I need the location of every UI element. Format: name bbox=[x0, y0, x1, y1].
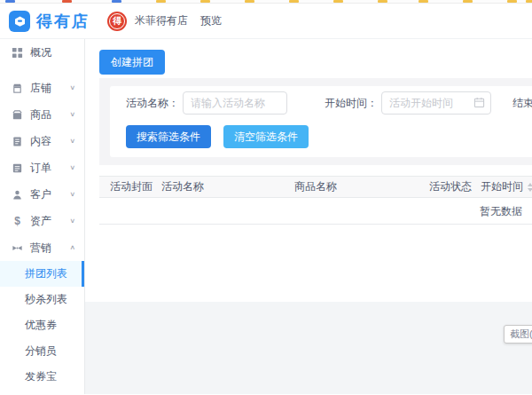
sidebar-item-label: 商品 bbox=[30, 107, 69, 122]
sidebar-item-customers[interactable]: 客户 ∨ bbox=[0, 181, 84, 208]
activity-name-label: 活动名称： bbox=[126, 96, 179, 111]
filter-box: 活动名称： 开始时间： bbox=[110, 86, 532, 157]
sidebar-item-label: 营销 bbox=[30, 241, 69, 256]
folder-favicon bbox=[200, 0, 210, 3]
topbar: 得有店 得 米菲得有店 预览 bbox=[0, 4, 532, 39]
dollar-icon: $ bbox=[11, 215, 24, 227]
chevron-down-icon: ∨ bbox=[69, 217, 75, 225]
end-time-label: 结束 bbox=[512, 96, 532, 111]
start-time-input[interactable] bbox=[381, 91, 491, 115]
sidebar-subitem-flash-sale-list[interactable]: 秒杀列表 bbox=[0, 287, 84, 312]
sidebar-item-label: 店铺 bbox=[30, 81, 69, 96]
product-icon bbox=[11, 108, 24, 121]
empty-table-message: 暂无数据 bbox=[99, 198, 532, 225]
sidebar-item-overview[interactable]: 概况 bbox=[0, 39, 84, 66]
main-content: 创建拼团 活动名称： 开始时间： bbox=[85, 39, 532, 394]
folder-favicon bbox=[526, 0, 532, 3]
favicon bbox=[112, 0, 121, 3]
folder-favicon bbox=[378, 0, 387, 3]
chevron-down-icon: ∨ bbox=[69, 164, 75, 171]
content-icon bbox=[11, 135, 24, 147]
sidebar-item-label: 概况 bbox=[30, 45, 75, 60]
preview-link[interactable]: 预览 bbox=[200, 13, 222, 28]
create-group-buy-button[interactable]: 创建拼团 bbox=[99, 50, 165, 75]
page-background bbox=[85, 302, 532, 394]
screenshot-hint-tooltip: 截图(C bbox=[504, 325, 532, 344]
filter-activity-name: 活动名称： bbox=[126, 91, 287, 115]
clear-filters-button[interactable]: 清空筛选条件 bbox=[223, 125, 309, 148]
store-info: 得 米菲得有店 预览 bbox=[107, 12, 222, 31]
folder-favicon bbox=[333, 0, 343, 3]
folder-favicon bbox=[245, 0, 254, 3]
filter-section: 活动名称： 开始时间： bbox=[99, 78, 532, 165]
group-buy-panel: 创建拼团 活动名称： 开始时间： bbox=[85, 39, 532, 302]
favicon bbox=[62, 0, 72, 3]
folder-favicon bbox=[507, 0, 517, 3]
shop-icon bbox=[11, 82, 24, 94]
folder-favicon bbox=[463, 0, 473, 3]
col-activity-name: 活动名称 bbox=[161, 179, 294, 194]
sidebar-item-shop[interactable]: 店铺 ∨ bbox=[0, 75, 84, 101]
chevron-down-icon: ∨ bbox=[69, 138, 75, 145]
store-name[interactable]: 米菲得有店 bbox=[135, 13, 188, 28]
sidebar-item-assets[interactable]: $ 资产 ∨ bbox=[0, 208, 84, 234]
sidebar-subitem-group-buy-list[interactable]: 拼团列表 bbox=[0, 261, 84, 287]
chevron-up-icon: ∧ bbox=[69, 244, 75, 251]
bookmarks-bar-strip bbox=[0, 0, 532, 4]
marketing-icon bbox=[11, 241, 24, 254]
col-product-name: 商品名称 bbox=[294, 179, 429, 194]
sidebar-item-marketing[interactable]: 营销 ∧ bbox=[0, 234, 84, 261]
group-buy-table: 活动封面 活动名称 商品名称 活动状态 开始时间 暂无数据 bbox=[99, 176, 532, 225]
favicon bbox=[5, 0, 15, 3]
chevron-down-icon: ∨ bbox=[69, 191, 75, 198]
grid-icon bbox=[11, 46, 24, 59]
start-time-label: 开始时间： bbox=[325, 96, 378, 111]
order-icon bbox=[11, 162, 24, 174]
sidebar-item-label: 内容 bbox=[30, 134, 69, 149]
filter-start-time: 开始时间： bbox=[325, 91, 491, 115]
app-window: 得有店 得 米菲得有店 预览 概况 店铺 ∨ bbox=[0, 0, 532, 395]
chevron-down-icon: ∨ bbox=[69, 84, 75, 91]
sidebar-subitem-distributors[interactable]: 分销员 bbox=[0, 338, 84, 364]
store-logo-icon: 得 bbox=[107, 12, 127, 31]
col-start-time: 开始时间 bbox=[481, 179, 532, 194]
table-header: 活动封面 活动名称 商品名称 活动状态 开始时间 bbox=[99, 176, 532, 198]
sidebar-item-products[interactable]: 商品 ∨ bbox=[0, 101, 84, 128]
brand-logo-icon bbox=[9, 11, 30, 32]
sidebar-item-label: 订单 bbox=[30, 161, 69, 176]
folder-favicon bbox=[156, 0, 166, 3]
folder-favicon bbox=[289, 0, 299, 3]
col-activity-cover: 活动封面 bbox=[110, 179, 161, 194]
col-activity-status: 活动状态 bbox=[429, 179, 481, 194]
brand-logo[interactable]: 得有店 bbox=[0, 11, 90, 32]
sidebar-item-label: 资产 bbox=[30, 214, 69, 229]
sidebar: 概况 店铺 ∨ 商品 ∨ 内容 ∨ bbox=[0, 39, 85, 394]
chevron-down-icon: ∨ bbox=[69, 111, 75, 118]
sidebar-item-orders[interactable]: 订单 ∨ bbox=[0, 154, 84, 181]
search-filters-button[interactable]: 搜索筛选条件 bbox=[126, 125, 211, 148]
folder-favicon bbox=[419, 0, 428, 3]
sort-toggle-icon[interactable] bbox=[528, 183, 532, 192]
sidebar-item-label: 客户 bbox=[30, 187, 69, 202]
sidebar-subitem-coupons[interactable]: 优惠券 bbox=[0, 312, 84, 338]
sidebar-subitem-coupon-tool[interactable]: 发券宝 bbox=[0, 364, 84, 390]
brand-name: 得有店 bbox=[36, 11, 90, 32]
activity-name-input[interactable] bbox=[183, 91, 287, 115]
sidebar-item-content[interactable]: 内容 ∨ bbox=[0, 128, 84, 154]
customer-icon bbox=[11, 188, 24, 201]
